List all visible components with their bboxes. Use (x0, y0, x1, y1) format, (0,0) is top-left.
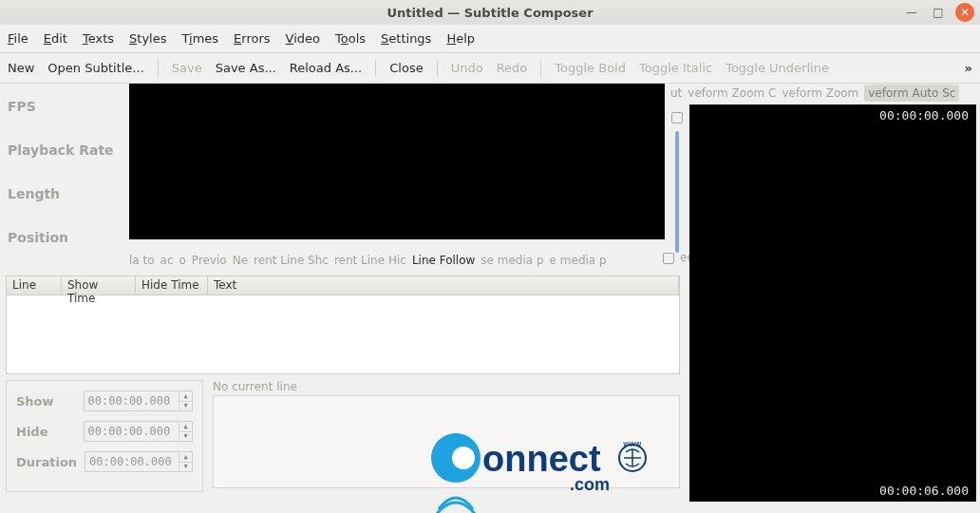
waveform-left-controls (670, 104, 684, 253)
table-header: Line Show Time Hide Time Text (7, 276, 679, 295)
duration-input[interactable]: 00:00:00.000 ▲ ▼ (85, 451, 193, 472)
separator-icon (158, 60, 159, 77)
mini-btn[interactable]: rent Line Hic (334, 254, 406, 267)
menu-styles[interactable]: Styles (129, 31, 166, 46)
minimize-button[interactable]: — (902, 3, 921, 22)
new-button[interactable]: New (8, 61, 34, 75)
menu-tools[interactable]: Tools (335, 31, 366, 46)
show-time-label: Show (16, 394, 76, 408)
waveform-panel: ut veform Zoom C veform Zoom veform Auto… (670, 84, 976, 502)
menu-video[interactable]: Video (286, 31, 320, 46)
title-bar: Untitled — Subtitle Composer — □ ✕ (0, 0, 980, 25)
header-text[interactable]: Text (208, 276, 679, 294)
menu-errors[interactable]: Errors (234, 31, 270, 46)
spin-up-icon[interactable]: ▲ (179, 452, 192, 462)
line-follow-button[interactable]: Line Follow (412, 254, 475, 267)
save-button: Save (172, 61, 202, 75)
spin-down-icon[interactable]: ▼ (179, 401, 192, 411)
menu-edit[interactable]: Edit (44, 31, 67, 46)
menu-bar: File Edit Texts Styles Times Errors Vide… (0, 25, 980, 53)
duration-label: Duration (16, 455, 77, 469)
toolbar-overflow-button[interactable]: » (965, 61, 972, 75)
waveform-zoom-slider[interactable] (675, 131, 679, 253)
duration-value: 00:00:00.000 (89, 455, 172, 468)
mini-btn[interactable]: se media p (481, 254, 543, 267)
waveform-zoom-in-button[interactable]: veform Zoom (782, 86, 858, 100)
mini-btn[interactable]: o (179, 254, 186, 267)
show-time-input[interactable]: 00:00:00.000 ▲ ▼ (84, 390, 193, 411)
menu-file[interactable]: File (8, 31, 28, 46)
spin-down-icon[interactable]: ▼ (179, 431, 192, 442)
waveform-btn[interactable]: ut (670, 86, 682, 100)
save-as-button[interactable]: Save As... (216, 61, 276, 75)
spin-buttons: ▲ ▼ (179, 422, 192, 441)
mini-btn[interactable]: Previo (192, 254, 227, 267)
hide-time-label: Hide (16, 425, 76, 439)
separator-icon (375, 60, 376, 77)
waveform-timecode-top: 00:00:00.000 (879, 108, 969, 123)
bottom-panel: Show 00:00:00.000 ▲ ▼ Hide 00:00:00.000 … (6, 380, 680, 492)
waveform-toolbar: ut veform Zoom C veform Zoom veform Auto… (670, 84, 976, 103)
toggle-underline-button: Toggle Underline (726, 61, 829, 75)
undo-button: Undo (451, 61, 483, 75)
mini-btn[interactable]: e media p (550, 254, 607, 267)
close-subtitle-button[interactable]: Close (389, 61, 423, 75)
mini-btn[interactable]: la to (129, 254, 155, 267)
subtitle-text-editor-wrap: No current line (213, 380, 680, 492)
open-subtitle-button[interactable]: Open Subtitle... (47, 61, 143, 75)
video-info-labels: FPS Playback Rate Length Position (8, 99, 122, 245)
show-time-value: 00:00:00.000 (88, 394, 171, 408)
menu-help[interactable]: Help (446, 31, 475, 46)
separator-icon (540, 60, 541, 77)
main-area: FPS Playback Rate Length Position la to … (0, 84, 980, 513)
video-controls-toolbar: la to ac o Previo Ne rent Line Shc rent … (129, 251, 665, 270)
hide-time-input[interactable]: 00:00:00.000 ▲ ▼ (84, 421, 193, 442)
spin-up-icon[interactable]: ▲ (179, 391, 192, 401)
position-label: Position (8, 230, 122, 245)
window-title: Untitled — Subtitle Composer (386, 6, 593, 20)
waveform-timecode-bottom: 00:00:06.000 (879, 484, 969, 498)
video-preview[interactable] (129, 84, 665, 239)
toggle-italic-button: Toggle Italic (639, 61, 712, 75)
reload-as-button[interactable]: Reload As... (290, 61, 362, 75)
fps-label: FPS (8, 99, 122, 114)
spin-down-icon[interactable]: ▼ (179, 462, 192, 472)
spin-buttons: ▲ ▼ (179, 452, 192, 471)
main-toolbar: New Open Subtitle... Save Save As... Rel… (0, 53, 980, 84)
redo-button: Redo (497, 61, 528, 75)
menu-settings[interactable]: Settings (381, 31, 431, 46)
toggle-bold-button: Toggle Bold (555, 61, 626, 75)
menu-times[interactable]: Times (182, 31, 219, 46)
maximize-button[interactable]: □ (929, 3, 948, 22)
waveform-auto-scroll-button[interactable]: veform Auto Sc (864, 85, 959, 102)
header-line[interactable]: Line (7, 276, 62, 294)
no-current-line-label: No current line (213, 380, 680, 393)
hide-time-value: 00:00:00.000 (88, 425, 171, 438)
mini-btn[interactable]: rent Line Shc (254, 254, 329, 267)
waveform-view[interactable]: 00:00:00.000 00:00:06.000 (689, 104, 976, 502)
window-buttons: — □ ✕ (902, 3, 974, 22)
time-edit-box: Show 00:00:00.000 ▲ ▼ Hide 00:00:00.000 … (6, 380, 203, 492)
length-label: Length (8, 186, 122, 201)
spin-buttons: ▲ ▼ (179, 391, 192, 410)
close-window-button[interactable]: ✕ (955, 3, 974, 22)
spin-up-icon[interactable]: ▲ (179, 422, 192, 431)
header-show-time[interactable]: Show Time (62, 276, 136, 294)
subtitle-text-editor[interactable] (213, 395, 680, 488)
playback-rate-label: Playback Rate (8, 142, 122, 158)
mini-btn[interactable]: Ne (233, 254, 248, 267)
waveform-checkbox[interactable] (671, 112, 683, 124)
menu-texts[interactable]: Texts (83, 31, 114, 46)
mini-btn[interactable]: ac (160, 254, 174, 267)
waveform-zoom-out-button[interactable]: veform Zoom C (688, 86, 776, 100)
separator-icon (437, 60, 438, 77)
header-hide-time[interactable]: Hide Time (136, 276, 208, 294)
subtitle-table[interactable]: Line Show Time Hide Time Text (6, 276, 680, 374)
